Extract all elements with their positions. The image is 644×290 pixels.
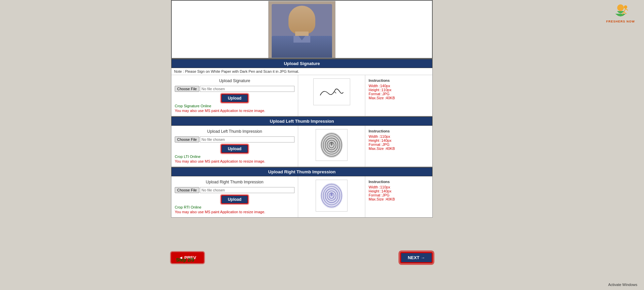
rti-form-title: Upload Right Thumb Impression [175,180,294,184]
rti-height: Height :140px [369,189,429,193]
signature-format: Format :JPG [369,92,429,96]
signature-form-area: Upload Signature Choose File No file cho… [171,75,298,116]
navigation-area: ◄ PREV NEXT → [171,252,433,263]
rti-width: Width :110px [369,185,429,189]
lti-instructions: Instructions Width :110px Height :140px … [365,126,432,167]
next-button[interactable]: NEXT → [400,252,433,263]
lti-file-row: Choose File No file chosen [175,136,294,142]
signature-width: Width :140px [369,84,429,88]
rti-file-row: Choose File No file chosen [175,187,294,193]
lti-crop-link[interactable]: Crop LTI Online [175,155,294,159]
lti-maxsize: Max.Size :40KB [369,147,429,151]
lti-section-header: Upload Left Thumb Impression [171,117,432,126]
rti-section-header: Upload Right Thumb Impression [171,167,432,176]
signature-mspaint-note: You may also use MS paint Application to… [175,109,294,113]
rti-preview-area [298,176,365,217]
candidate-photo [268,1,335,58]
signature-file-display: No file chosen [200,86,294,92]
signature-crop-link[interactable]: Crop Signature Online [175,104,294,108]
signature-choose-btn[interactable]: Choose File [175,86,199,92]
rti-mspaint-note: You may also use MS paint Application to… [175,210,294,214]
signature-note: Note : Please Sign on White Paper with D… [171,68,432,75]
rti-instructions: Instructions Width :110px Height :140px … [365,176,432,217]
rti-section: Upload Right Thumb Impression Upload Rig… [171,167,433,218]
lti-choose-btn[interactable]: Choose File [175,136,199,142]
signature-instructions-title: Instructions [369,78,429,82]
rti-format: Format :JPG [369,193,429,197]
rti-maxsize: Max.Size :40KB [369,197,429,201]
lti-height: Height :140px [369,138,429,142]
rti-crop-link[interactable]: Crop RTI Online [175,205,294,209]
lti-mspaint-note: You may also use MS paint Application to… [175,159,294,163]
rti-upload-btn[interactable]: Upload [221,195,248,204]
signature-height: Height :110px [369,88,429,92]
signature-form-title: Upload Signature [175,78,294,83]
step-label: Step 2/5 [176,257,194,263]
rti-thumb-preview [316,180,347,212]
signature-image [314,79,350,105]
signature-maxsize: Max.Size :40KB [369,96,429,100]
lti-width: Width :110px [369,134,429,138]
signature-preview [313,78,350,105]
lti-form-title: Upload Left Thumb Impression [175,129,294,134]
lti-section: Upload Left Thumb Impression Upload Left… [171,116,433,167]
photo-section [171,0,433,59]
lti-thumb-preview [316,129,347,161]
signature-upload-btn[interactable]: Upload [221,94,248,103]
rti-choose-btn[interactable]: Choose File [175,187,199,193]
rti-instructions-title: Instructions [369,180,429,184]
signature-preview-area [298,75,365,116]
lti-fingerprint-image [317,131,346,159]
activate-windows-notice: Activate Windows [608,283,637,287]
signature-section-header: Upload Signature [171,59,432,68]
lti-file-display: No file chosen [200,136,294,142]
signature-section: Upload Signature Note : Please Sign on W… [171,59,433,116]
lti-form-area: Upload Left Thumb Impression Choose File… [171,126,298,167]
lti-upload-btn[interactable]: Upload [221,144,248,153]
rti-fingerprint-image [317,181,346,210]
rti-file-display: No file chosen [200,187,294,193]
signature-file-row: Choose File No file chosen [175,86,294,92]
lti-preview-area [298,126,365,167]
rti-form-area: Upload Right Thumb Impression Choose Fil… [171,176,298,217]
signature-instructions: Instructions Width :140px Height :110px … [365,75,432,116]
lti-instructions-title: Instructions [369,129,429,133]
lti-format: Format :JPG [369,142,429,147]
